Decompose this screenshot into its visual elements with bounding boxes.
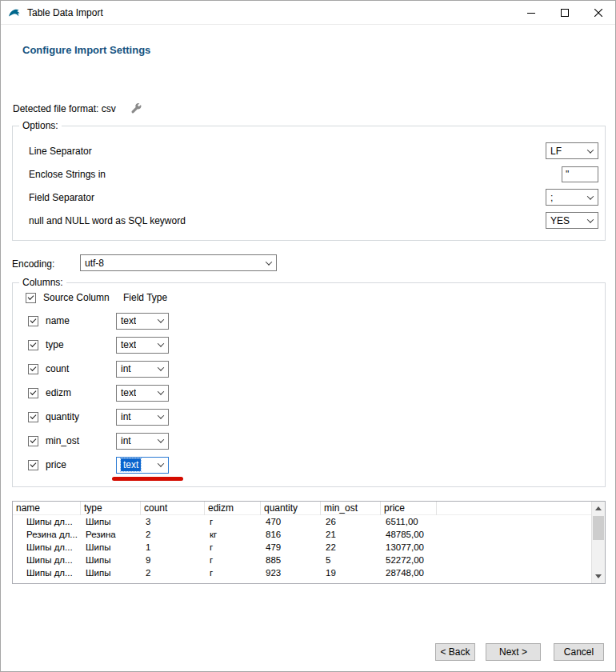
column-row-type: type text [13,333,605,357]
close-button[interactable] [582,1,615,25]
chevron-down-icon [154,362,167,376]
field-type-select[interactable]: text [116,313,169,330]
cancel-button[interactable]: Cancel [554,643,604,661]
field-type-value: text [121,339,136,350]
table-row[interactable]: Шипы дл... Шипы 9 г 885 5 52272,00 [13,554,605,566]
scrollbar-thumb[interactable] [593,516,604,540]
mysql-dolphin-icon [8,6,21,19]
table-row[interactable]: Шипы дл... Шипы 1 г 479 22 13077,00 [13,541,605,554]
field-type-select[interactable]: text [116,385,169,402]
field-type-select[interactable]: int [116,361,169,378]
check-icon [30,341,37,347]
options-group: Options: Line Separator LF Enclose Strin… [12,126,606,241]
scroll-up-icon[interactable] [592,502,605,515]
preview-header: type [81,502,141,515]
column-row-name: name text [13,309,605,333]
table-row[interactable]: Шипы дл... Шипы 3 г 470 26 6511,00 [13,515,605,528]
back-button[interactable]: < Back [435,643,475,661]
cell: г [205,517,261,526]
null-keyword-select[interactable]: YES [546,212,598,229]
chevron-down-icon [154,434,167,448]
field-type-select[interactable]: int [116,433,169,450]
column-name: min_ost [46,435,116,446]
column-checkbox[interactable] [28,364,38,374]
cell: 22 [321,542,381,552]
cell: 21 [321,530,381,539]
chevron-down-icon [154,410,167,424]
cell: Шипы дл... [13,555,81,565]
titlebar: Table Data Import [1,1,615,25]
preview-header: price [381,502,437,515]
column-name: quantity [46,411,116,422]
field-type-select[interactable]: text [116,337,169,354]
cell: Шипы [81,517,141,526]
column-checkbox[interactable] [28,412,38,422]
chevron-down-icon [584,144,597,158]
table-data-import-window: Table Data Import Configure Import Setti… [0,0,616,672]
preview-header: name [13,502,81,515]
cell: Шипы дл... [13,517,81,526]
cell: 6511,00 [381,517,437,526]
scroll-down-icon[interactable] [592,570,605,583]
encoding-select[interactable]: utf-8 [80,254,277,271]
chevron-down-icon [584,190,597,204]
next-button[interactable]: Next > [486,643,541,661]
column-row-price: price text [13,453,605,477]
chevron-down-icon [154,314,167,328]
null-keyword-label: null and NULL word as SQL keyword [29,215,546,226]
cell: 2 [141,568,205,578]
table-row[interactable]: Шипы дл... Шипы 2 г 923 19 28748,00 [13,566,605,579]
field-type-select[interactable]: int [116,409,169,426]
field-type-header: Field Type [123,292,167,303]
encoding-value: utf-8 [85,258,104,269]
options-legend: Options: [19,120,62,131]
select-all-checkbox[interactable] [26,293,36,303]
cell: 9 [141,555,205,565]
vertical-scrollbar[interactable] [591,502,605,583]
cell: Шипы [81,542,141,552]
minimize-button[interactable] [514,1,548,25]
chevron-down-icon [154,458,167,472]
column-checkbox[interactable] [28,388,38,398]
column-checkbox[interactable] [28,436,38,446]
table-row[interactable]: Резина дл... Резина 2 кг 816 21 48785,00 [13,528,605,541]
chevron-down-icon [154,338,167,352]
field-separator-label: Field Separator [29,192,546,203]
cell: 479 [261,542,321,552]
enclose-strings-input[interactable] [562,166,598,182]
encoding-label: Encoding: [12,258,54,270]
line-separator-select[interactable]: LF [546,142,598,159]
preview-header: min_ost [321,502,381,515]
wrench-icon[interactable] [130,102,142,114]
line-separator-row: Line Separator LF [13,139,605,162]
cell: 923 [261,568,321,578]
null-keyword-row: null and NULL word as SQL keyword YES [13,209,605,232]
column-checkbox[interactable] [28,460,38,470]
field-type-value: int [121,363,131,374]
cell: 26 [321,517,381,526]
columns-legend: Columns: [19,277,66,288]
cell: 1 [141,542,205,552]
preview-header-filler [437,502,605,515]
check-icon [30,437,37,443]
field-separator-value: ; [550,192,553,203]
column-checkbox[interactable] [28,316,38,326]
preview-table: name type count edizm quantity min_ost p… [12,501,606,584]
field-type-value: text [121,458,141,471]
field-type-value: int [121,411,131,422]
check-icon [30,317,37,323]
cell: Шипы [81,568,141,578]
maximize-button[interactable] [548,1,582,25]
field-separator-select[interactable]: ; [546,189,598,206]
column-row-edizm: edizm text [13,381,605,405]
check-icon [30,413,37,419]
detected-format-row: Detected file format: csv [13,102,142,114]
check-icon [30,389,37,395]
field-separator-row: Field Separator ; [13,186,605,209]
field-type-value: text [121,387,136,398]
check-icon [28,294,34,300]
cell: Шипы дл... [13,542,81,552]
cell: 470 [261,517,321,526]
field-type-select-price[interactable]: text [116,457,169,474]
column-checkbox[interactable] [28,340,38,350]
